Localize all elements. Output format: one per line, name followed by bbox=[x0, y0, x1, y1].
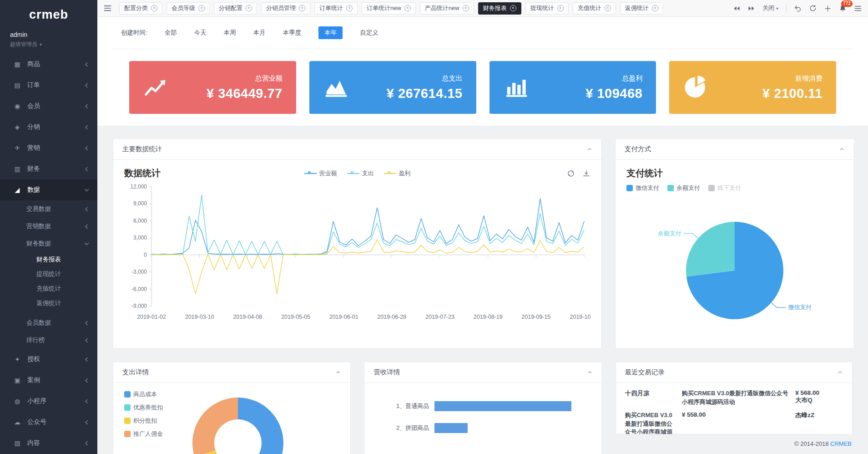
close-icon[interactable]: × bbox=[404, 5, 411, 11]
tab-2[interactable]: 分销配置× bbox=[214, 2, 257, 15]
legend-label: 推广人佣金 bbox=[133, 430, 163, 438]
close-icon[interactable]: × bbox=[510, 5, 516, 11]
sidebar-item-orders[interactable]: ▤订单 bbox=[0, 75, 97, 96]
tab-7[interactable]: 财务报表× bbox=[478, 2, 521, 15]
legend-item-1[interactable]: 余额支付 bbox=[667, 184, 700, 192]
sidebar-item-distribution[interactable]: ◈分销 bbox=[0, 117, 97, 138]
sidebar-toggle-button[interactable] bbox=[97, 0, 117, 16]
sidebar-item-trade-data[interactable]: 交易数据 bbox=[0, 200, 97, 218]
collapse-panel-button[interactable] bbox=[586, 146, 592, 152]
close-icon[interactable]: × bbox=[557, 5, 564, 11]
panel-header: 最近交易记录 bbox=[616, 362, 852, 383]
legend-item-3[interactable]: 推广人佣金 bbox=[124, 430, 350, 438]
brand-link[interactable]: CRMEB bbox=[830, 440, 852, 447]
sidebar-item-miniprogram[interactable]: ◍小程序 bbox=[0, 391, 97, 412]
tab-9[interactable]: 充值统计× bbox=[573, 2, 616, 15]
legend-item-0[interactable]: 商品成本 bbox=[124, 390, 350, 398]
tab-1[interactable]: 会员等级× bbox=[167, 2, 210, 15]
close-tabs-dropdown[interactable]: 关闭 ▾ bbox=[762, 4, 778, 12]
tab-8[interactable]: 提现统计× bbox=[525, 2, 569, 15]
legend-item-2[interactable]: 盈利 bbox=[384, 169, 411, 178]
sidebar-item-label: 分销 bbox=[27, 123, 40, 131]
refresh-button[interactable] bbox=[809, 5, 817, 12]
area-chart-icon bbox=[323, 74, 349, 101]
sidebar-item-data[interactable]: ◢数据 bbox=[0, 179, 97, 200]
legend-item-0[interactable]: 营业额 bbox=[304, 169, 337, 178]
message-list-button[interactable] bbox=[854, 5, 862, 11]
sidebar-item-members[interactable]: ◉会员 bbox=[0, 96, 97, 117]
sidebar-item-finance[interactable]: ▥财务 bbox=[0, 158, 97, 179]
legend-label: 微信支付 bbox=[636, 184, 659, 192]
close-icon[interactable]: × bbox=[198, 5, 205, 11]
sidebar-item-finance-data[interactable]: 财务数据 bbox=[0, 235, 97, 252]
sidebar-item-marketing-data[interactable]: 营销数据 bbox=[0, 218, 97, 235]
sidebar-item-finance-report[interactable]: 财务报表 bbox=[0, 252, 97, 267]
sidebar-item-license[interactable]: ✦授权 bbox=[0, 349, 97, 370]
close-icon[interactable]: × bbox=[652, 5, 658, 11]
chevron-up-icon bbox=[839, 146, 845, 152]
sidebar-item-ranking[interactable]: 排行榜 bbox=[0, 332, 97, 349]
close-icon[interactable]: × bbox=[463, 5, 469, 11]
bar-segment bbox=[434, 401, 571, 411]
sidebar-item-member-data[interactable]: 会员数据 bbox=[0, 314, 97, 332]
sidebar-item-marketing[interactable]: ✈营销 bbox=[0, 138, 97, 158]
hamburger-icon bbox=[104, 5, 111, 11]
tab-5[interactable]: 订单统计new× bbox=[362, 2, 416, 15]
legend-item-2[interactable]: 线下支付 bbox=[708, 184, 741, 192]
sidebar-item-goods[interactable]: ▦商品 bbox=[0, 54, 97, 75]
expand-icon bbox=[824, 5, 831, 12]
legend-item-2[interactable]: 积分抵扣 bbox=[124, 417, 350, 425]
filter-option-5[interactable]: 本年 bbox=[318, 26, 343, 39]
legend-item-1[interactable]: 优惠券抵扣 bbox=[124, 403, 350, 412]
notification-badge: 772 bbox=[841, 0, 853, 7]
sidebar-item-label: 排行榜 bbox=[26, 336, 45, 344]
sidebar-item-recharge-stats[interactable]: 充值统计 bbox=[0, 281, 97, 296]
filter-option-4[interactable]: 本季度 bbox=[283, 29, 302, 37]
scroll-tabs-left-button[interactable] bbox=[733, 5, 740, 11]
close-icon[interactable]: × bbox=[246, 5, 252, 11]
notifications-button[interactable]: 772 bbox=[839, 5, 847, 12]
filter-option-2[interactable]: 本周 bbox=[224, 29, 236, 37]
filter-option-6[interactable]: 自定义 bbox=[360, 29, 378, 37]
finance-icon: ▥ bbox=[13, 165, 22, 173]
scroll-tabs-right-button[interactable] bbox=[748, 5, 755, 11]
chart-download-button[interactable] bbox=[582, 169, 590, 178]
filter-option-1[interactable]: 今天 bbox=[194, 29, 207, 37]
collapse-panel-button[interactable] bbox=[839, 146, 845, 152]
close-icon[interactable]: × bbox=[151, 5, 157, 11]
tab-10[interactable]: 返佣统计× bbox=[620, 2, 663, 15]
tab-4[interactable]: 订单统计× bbox=[314, 2, 358, 15]
main-chart-body: 数据统计 营业额支出盈利 12,0009,0006 bbox=[113, 160, 601, 323]
app-root: crmeb admin 超级管理员 ▾ ▦商品▤订单◉会员◈分销✈营销▥财务◢数… bbox=[0, 0, 868, 454]
legend-swatch bbox=[124, 404, 131, 411]
collapse-panel-button[interactable] bbox=[837, 369, 843, 375]
sidebar-item-withdraw-stats[interactable]: 提现统计 bbox=[0, 267, 97, 281]
user-role-label: 超级管理员 bbox=[10, 41, 37, 48]
tab-0[interactable]: 配置分类× bbox=[119, 2, 162, 15]
legend-swatch bbox=[124, 431, 131, 437]
user-role-dropdown[interactable]: 超级管理员 ▾ bbox=[10, 41, 87, 48]
close-icon[interactable]: × bbox=[346, 5, 353, 11]
collapse-panel-button[interactable] bbox=[335, 369, 341, 375]
legend-item-1[interactable]: 支出 bbox=[347, 169, 374, 178]
close-tabs-label: 关闭 bbox=[762, 4, 774, 12]
transaction-desc: 购买CRMEB V3.0最新打通版微信公众号小程序商城源码活动 bbox=[625, 411, 677, 434]
collapse-panel-button[interactable] bbox=[587, 369, 593, 375]
fullscreen-button[interactable] bbox=[824, 5, 831, 12]
close-icon[interactable]: × bbox=[605, 5, 611, 11]
sidebar-item-rebate-stats[interactable]: 返佣统计 bbox=[0, 296, 97, 311]
tab-3[interactable]: 分销员管理× bbox=[261, 2, 310, 15]
sidebar-item-content[interactable]: ▧内容 bbox=[0, 433, 97, 454]
transaction-name: 十四月凉 bbox=[625, 389, 677, 407]
legend-item-0[interactable]: 微信支付 bbox=[626, 184, 659, 192]
tab-label: 充值统计 bbox=[578, 4, 601, 12]
tab-6[interactable]: 产品统计new× bbox=[420, 2, 474, 15]
back-button[interactable] bbox=[794, 5, 802, 12]
copyright: © 2014-2018 CRMEB bbox=[616, 440, 853, 447]
filter-option-3[interactable]: 本月 bbox=[253, 29, 266, 37]
filter-option-0[interactable]: 全部 bbox=[165, 29, 177, 37]
sidebar-item-cases[interactable]: ▣案例 bbox=[0, 370, 97, 391]
close-icon[interactable]: × bbox=[299, 5, 305, 11]
sidebar-item-wechat[interactable]: ☁公众号 bbox=[0, 412, 97, 433]
chart-restore-button[interactable] bbox=[567, 169, 575, 178]
